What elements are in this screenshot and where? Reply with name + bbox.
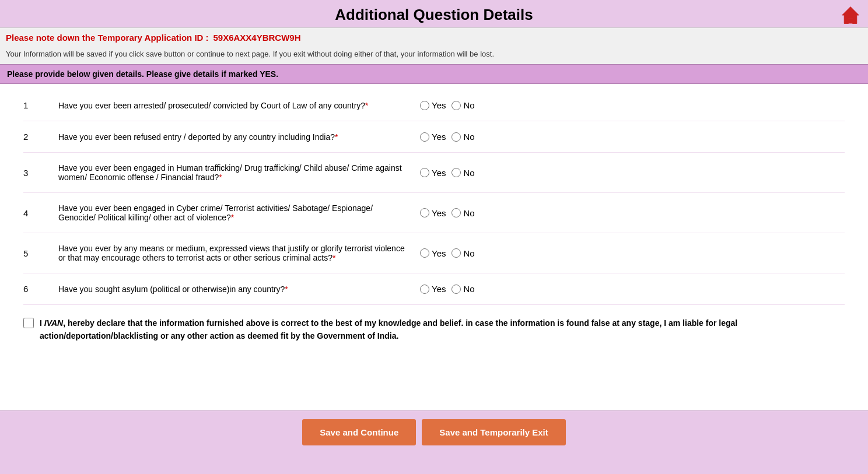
instruction-bar: Please provide below given details. Plea… [0, 64, 868, 84]
required-marker-2: * [335, 132, 338, 142]
question-text-5: Have you ever by any means or medium, ex… [58, 244, 420, 262]
radio-yes-label-5: Yes [432, 248, 446, 258]
required-marker-3: * [219, 173, 222, 182]
question-row: 3 Have you ever been engaged in Human tr… [23, 153, 845, 193]
declaration-text: I IVAN, hereby declare that the informat… [23, 317, 845, 343]
required-marker-5: * [332, 253, 335, 262]
radio-group-4: Yes No [420, 208, 508, 218]
info-text-content: Your Information will be saved if you cl… [6, 50, 494, 58]
radio-group-5: Yes No [420, 248, 508, 258]
required-marker-6: * [285, 285, 288, 294]
radio-yes-label-3: Yes [432, 168, 446, 178]
radio-no-input-6[interactable] [452, 285, 461, 294]
question-row: 6 Have you sought asylum (political or o… [23, 273, 845, 305]
svg-rect-1 [848, 18, 853, 23]
radio-yes-label-4: Yes [432, 208, 446, 218]
temp-id-bar: Please note down the Temporary Applicati… [0, 27, 868, 47]
question-number-2: 2 [23, 132, 58, 142]
radio-yes-label-6: Yes [432, 284, 446, 294]
radio-no-2[interactable]: No [452, 132, 474, 142]
radio-no-3[interactable]: No [452, 168, 474, 178]
instruction-text: Please provide below given details. Plea… [7, 69, 278, 79]
declaration-section: I IVAN, hereby declare that the informat… [23, 305, 845, 349]
radio-no-1[interactable]: No [452, 100, 474, 110]
declaration-content: I IVAN, hereby declare that the informat… [40, 317, 845, 343]
question-number-6: 6 [23, 284, 58, 294]
question-row: 5 Have you ever by any means or medium, … [23, 233, 845, 273]
main-content: 1 Have you ever been arrested/ prosecute… [0, 84, 868, 410]
radio-yes-4[interactable]: Yes [420, 208, 446, 218]
radio-no-input-1[interactable] [452, 101, 461, 110]
required-marker-4: * [231, 213, 234, 222]
radio-yes-input-6[interactable] [420, 285, 429, 294]
required-marker-1: * [365, 101, 368, 110]
question-text-4: Have you ever been engaged in Cyber crim… [58, 203, 420, 222]
question-number-3: 3 [23, 168, 58, 178]
temp-id-label: Please note down the Temporary Applicati… [6, 33, 209, 43]
radio-no-input-3[interactable] [452, 168, 461, 177]
radio-yes-input-2[interactable] [420, 132, 429, 142]
radio-yes-input-5[interactable] [420, 248, 429, 258]
radio-yes-5[interactable]: Yes [420, 248, 446, 258]
home-icon[interactable] [839, 5, 862, 28]
footer-bar: Save and Continue Save and Temporarily E… [0, 410, 868, 454]
header: Additional Question Details [0, 0, 868, 27]
radio-group-2: Yes No [420, 132, 508, 142]
info-text: Your Information will be saved if you cl… [0, 47, 868, 64]
radio-group-3: Yes No [420, 168, 508, 178]
radio-yes-input-1[interactable] [420, 101, 429, 110]
radio-yes-input-4[interactable] [420, 208, 429, 217]
declaration-checkbox[interactable] [23, 318, 34, 328]
question-number-4: 4 [23, 208, 58, 218]
page-wrapper: Additional Question Details Please note … [0, 0, 868, 474]
radio-no-input-5[interactable] [452, 248, 461, 258]
page-title: Additional Question Details [335, 6, 533, 24]
radio-yes-label-1: Yes [432, 100, 446, 110]
question-text-1: Have you ever been arrested/ prosecuted/… [58, 101, 420, 110]
radio-no-input-4[interactable] [452, 208, 461, 217]
save-exit-button[interactable]: Save and Temporarily Exit [422, 419, 565, 445]
radio-no-label-4: No [463, 208, 474, 218]
question-number-5: 5 [23, 248, 58, 258]
radio-no-label-6: No [463, 284, 474, 294]
question-row: 2 Have you ever been refused entry / dep… [23, 121, 845, 153]
radio-group-1: Yes No [420, 100, 508, 110]
radio-group-6: Yes No [420, 284, 508, 294]
radio-yes-2[interactable]: Yes [420, 132, 446, 142]
question-row: 1 Have you ever been arrested/ prosecute… [23, 90, 845, 121]
radio-no-label-5: No [463, 248, 474, 258]
save-continue-button[interactable]: Save and Continue [302, 419, 416, 445]
question-number-1: 1 [23, 100, 58, 110]
radio-no-5[interactable]: No [452, 248, 474, 258]
radio-no-label-1: No [463, 100, 474, 110]
temp-id-value: 59X6AXX4YBRCW9H [213, 33, 300, 43]
radio-no-label-3: No [463, 168, 474, 178]
radio-no-6[interactable]: No [452, 284, 474, 294]
question-row: 4 Have you ever been engaged in Cyber cr… [23, 193, 845, 233]
question-text-3: Have you ever been engaged in Human traf… [58, 163, 420, 182]
question-text-6: Have you sought asylum (political or oth… [58, 285, 420, 294]
radio-yes-input-3[interactable] [420, 168, 429, 177]
radio-yes-3[interactable]: Yes [420, 168, 446, 178]
radio-no-input-2[interactable] [452, 132, 461, 142]
question-text-2: Have you ever been refused entry / depor… [58, 132, 420, 142]
radio-no-label-2: No [463, 132, 474, 142]
radio-yes-label-2: Yes [432, 132, 446, 142]
radio-yes-6[interactable]: Yes [420, 284, 446, 294]
radio-no-4[interactable]: No [452, 208, 474, 218]
radio-yes-1[interactable]: Yes [420, 100, 446, 110]
